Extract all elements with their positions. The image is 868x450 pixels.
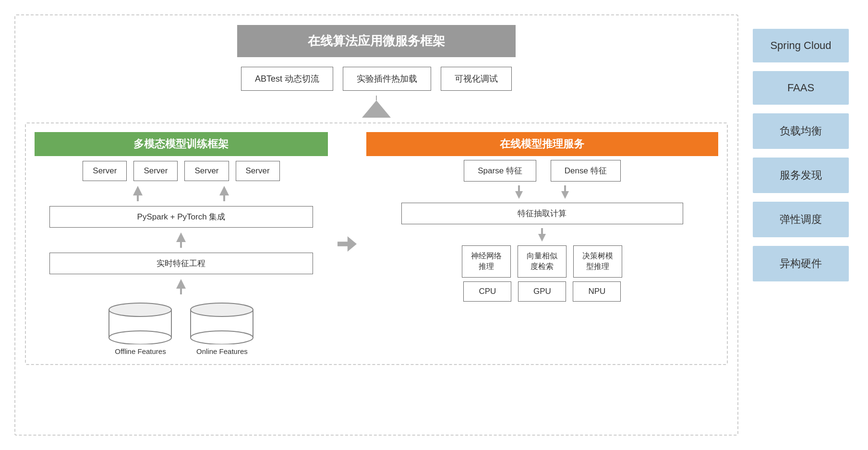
sidebar-elastic: 弹性调度 (753, 202, 849, 237)
sparse-dense-row: Sparse 特征 Dense 特征 (464, 160, 620, 182)
sidebar-load-balance: 负载均衡 (753, 113, 849, 149)
right-panel-title: 在线模型推理服务 (366, 132, 718, 156)
svg-rect-8 (180, 288, 182, 294)
big-right-arrow (338, 132, 357, 355)
svg-rect-4 (223, 195, 225, 201)
infer-tree: 决策树模 型推理 (573, 245, 622, 278)
cylinder-offline: Offline Features (107, 301, 174, 355)
svg-marker-18 (515, 191, 523, 199)
svg-point-14 (191, 331, 253, 344)
svg-marker-16 (348, 236, 357, 252)
shishi-box: 实时特征工程 (49, 253, 313, 274)
sidebar-hetero-hw: 异构硬件 (753, 246, 849, 281)
svg-rect-15 (338, 242, 349, 246)
arrow-up-pyspark (176, 232, 186, 248)
server-1: Server (83, 161, 127, 181)
svg-point-13 (191, 303, 253, 316)
server-3: Server (184, 161, 229, 181)
tezheng-box: 特征抽取计算 (401, 203, 683, 224)
double-arrow-up (133, 186, 229, 201)
sidebar-faas: FAAS (753, 71, 849, 105)
tezheng-arrow (538, 228, 546, 242)
hw-row: CPU GPU NPU (463, 281, 621, 302)
svg-marker-0 (362, 100, 391, 118)
sd-arrows (515, 185, 569, 199)
pyspark-box: PySpark + PyTorch 集成 (49, 206, 313, 228)
offline-features-label: Offline Features (115, 347, 166, 355)
svg-marker-22 (538, 234, 546, 242)
up-arrow-connector (362, 96, 391, 118)
top-features: ABTest 动态切流 实验插件热加载 可视化调试 (241, 67, 512, 91)
dense-box: Dense 特征 (551, 160, 621, 182)
top-title: 在线算法应用微服务框架 (237, 25, 516, 57)
arrow-stem (376, 96, 377, 100)
svg-marker-3 (219, 186, 229, 195)
infer-neural: 神经网络 推理 (462, 245, 511, 278)
right-sidebar: Spring Cloud FAAS 负载均衡 服务发现 弹性调度 异构硬件 (738, 14, 858, 436)
arrow-up-svg (362, 100, 391, 118)
sparse-box: Sparse 特征 (464, 160, 536, 182)
svg-point-11 (109, 331, 171, 344)
server-row: Server Server Server Server (83, 161, 279, 181)
left-panel: 多模态模型训练框架 Server Server Server Server (35, 132, 328, 355)
svg-rect-6 (180, 241, 182, 248)
svg-marker-7 (176, 279, 186, 289)
right-panel: 在线模型推理服务 Sparse 特征 Dense 特征 特征抽取计算 (366, 132, 718, 355)
arrow-up-right (219, 186, 229, 201)
server-4: Server (236, 161, 280, 181)
feature-plugin: 实验插件热加载 (343, 67, 431, 91)
inference-row: 神经网络 推理 向量相似 度检索 决策树模 型推理 (462, 245, 622, 278)
cylinders-row: Offline Features Online Features (107, 301, 255, 355)
arrow-up-left (133, 186, 143, 201)
arrow-up-shishi (176, 279, 186, 294)
svg-marker-20 (561, 191, 569, 199)
feature-abtest: ABTest 动态切流 (241, 67, 333, 91)
feature-debug: 可视化调试 (441, 67, 512, 91)
svg-point-10 (109, 303, 171, 316)
top-section: 在线算法应用微服务框架 ABTest 动态切流 实验插件热加载 可视化调试 (25, 25, 728, 118)
cylinder-online: Online Features (188, 301, 255, 355)
gpu-box: GPU (518, 281, 566, 302)
infer-vector: 向量相似 度检索 (518, 245, 567, 278)
sidebar-spring-cloud: Spring Cloud (753, 29, 849, 62)
sidebar-service-discovery: 服务发现 (753, 158, 849, 193)
svg-rect-2 (137, 195, 139, 201)
svg-marker-5 (176, 232, 186, 242)
online-features-label: Online Features (196, 347, 248, 355)
cpu-box: CPU (463, 281, 511, 302)
left-panel-title: 多模态模型训练框架 (35, 132, 328, 156)
npu-box: NPU (573, 281, 621, 302)
svg-marker-1 (133, 186, 143, 195)
diagram-area: 在线算法应用微服务框架 ABTest 动态切流 实验插件热加载 可视化调试 多模… (14, 14, 738, 436)
server-2: Server (133, 161, 178, 181)
bottom-section: 多模态模型训练框架 Server Server Server Server (25, 122, 728, 365)
